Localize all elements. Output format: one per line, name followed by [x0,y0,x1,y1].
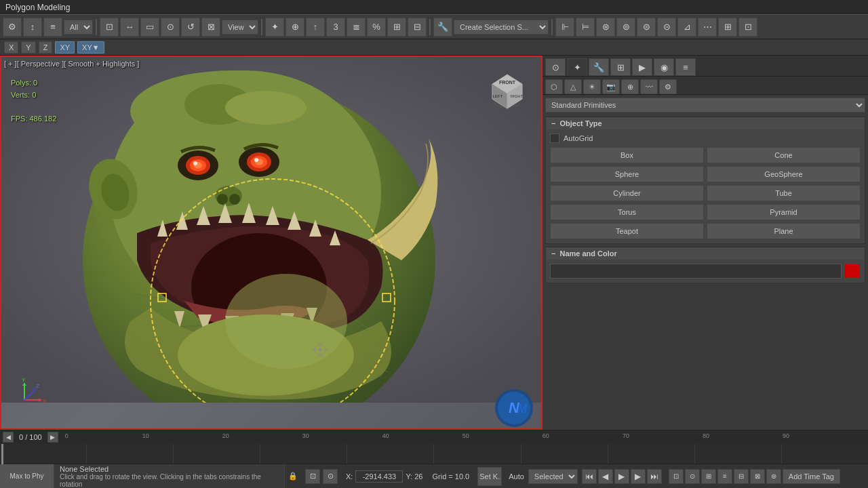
add-time-tag-btn[interactable]: Add Time Tag [783,469,840,484]
torus-btn[interactable]: Torus [550,204,704,220]
x-coord-input[interactable] [355,470,403,483]
tube-btn[interactable]: Tube [707,185,861,201]
more-btn-7[interactable]: ⊛ [766,469,781,484]
subtab-cameras[interactable]: 📷 [602,79,620,94]
timeline-bar[interactable]: 0 10 20 30 40 50 60 70 80 90 [62,430,863,444]
toolbar-btn-i[interactable]: 🔧 [433,18,452,37]
object-type-header[interactable]: − Object Type [546,117,865,129]
toolbar-btn-e[interactable]: ≣ [347,18,366,37]
playback-play-btn[interactable]: ▶ [614,469,629,484]
axis-y-btn[interactable]: Y [21,41,35,54]
toolbar-btn-f[interactable]: % [367,18,386,37]
subtab-spacewarps[interactable]: 〰 [640,79,658,94]
toolbar-select-btn[interactable]: ⊡ [100,18,119,37]
toolbar-btn-n[interactable]: ⊜ [637,18,656,37]
playback-next-btn[interactable]: ▶ [631,469,646,484]
subtab-geometry[interactable]: ⬡ [545,79,563,94]
pyramid-btn[interactable]: Pyramid [707,204,861,220]
viewport-nav-cube[interactable]: FRONT LEFT RIGHT [487,69,528,110]
viewport[interactable]: [ + ][ Perspective ][ Smooth + Highlight… [0,56,542,430]
toolbar-btn-3[interactable]: ≡ [43,18,62,37]
toolbar-rotate-btn[interactable]: ↺ [181,18,200,37]
playback-start-btn[interactable]: ⏮ [582,469,597,484]
axis-z-btn[interactable]: Z [39,41,53,54]
polys-stat: Polys: 0 [11,77,56,89]
toolbar-btn-g[interactable]: ⊞ [387,18,406,37]
box-btn[interactable]: Box [550,147,704,163]
subtab-systems[interactable]: ⚙ [659,79,677,94]
status-selection-area: None Selected Click and drag to rotate t… [54,464,285,489]
filter-dropdown[interactable]: All [64,20,93,35]
toolbar-btn-l[interactable]: ⊛ [596,18,615,37]
toolbar-btn-q[interactable]: ⋯ [698,18,717,37]
sphere-btn[interactable]: Sphere [550,166,704,182]
toolbar-btn-s[interactable]: ⊡ [738,18,757,37]
view-dropdown[interactable]: View [222,20,258,35]
subtab-lights[interactable]: ☀ [583,79,601,94]
timeline-label-60: 60 [542,432,549,439]
panel-tab-create[interactable]: ✦ [567,58,587,76]
toolbar-btn-k[interactable]: ⊨ [576,18,595,37]
fps-stat: FPS: 486.182 [11,113,56,125]
toolbar-btn-1[interactable]: ⚙ [3,18,22,37]
geosphere-btn[interactable]: GeoSphere [707,166,861,182]
max-to-phy-btn[interactable]: Max to Phy [0,464,54,489]
status-icon-1[interactable]: ⊡ [305,469,320,484]
more-btn-4[interactable]: ≡ [717,469,732,484]
timeline-back-btn[interactable]: ◀ [3,432,14,443]
axis-x-btn[interactable]: X [4,41,18,54]
toolbar-subobj-btn[interactable]: ⊙ [161,18,180,37]
name-input-field[interactable] [550,264,842,279]
selected-dropdown[interactable]: SelectedAllNone [528,469,578,484]
axis-xy-btn[interactable]: XY [55,41,75,54]
more-btn-6[interactable]: ⊠ [750,469,765,484]
toolbar-btn-2[interactable]: ↕ [23,18,42,37]
more-btn-2[interactable]: ⊙ [685,469,700,484]
timeline-fwd-btn[interactable]: ▶ [47,432,58,443]
panel-tab-utilities[interactable]: ≡ [675,58,696,76]
toolbar-btn-b[interactable]: ⊕ [285,18,304,37]
status-icon-2[interactable]: ⊙ [323,469,338,484]
create-selection-dropdown[interactable]: Create Selection S... [454,20,549,35]
subtab-helpers[interactable]: ⊕ [621,79,639,94]
playback-prev-btn[interactable]: ◀ [598,469,613,484]
set-key-btn[interactable]: Set K. [477,467,502,486]
panel-tab-hierarchy[interactable]: ⊞ [610,58,631,76]
cone-btn[interactable]: Cone [707,147,861,163]
toolbar-btn-j[interactable]: ⊩ [555,18,574,37]
plane-btn[interactable]: Plane [707,223,861,239]
panel-tab-modify[interactable]: 🔧 [589,58,609,76]
more-btn-3[interactable]: ⊞ [701,469,716,484]
toolbar-btn-a[interactable]: ✦ [265,18,284,37]
toolbar-btn-o[interactable]: ⊝ [657,18,676,37]
autogrid-checkbox[interactable] [550,134,559,143]
panel-tab-display[interactable]: ⊙ [545,58,566,76]
panel-tab-display2[interactable]: ◉ [654,58,674,76]
color-swatch[interactable] [844,264,861,279]
viewport-header-text: [ + ][ Perspective ][ Smooth + Highlight… [4,60,139,68]
teapot-btn[interactable]: Teapot [550,223,704,239]
toolbar-scale-btn[interactable]: ⊠ [201,18,220,37]
panel-tab-motion[interactable]: ▶ [632,58,652,76]
more-btn-5[interactable]: ⊟ [734,469,749,484]
toolbar-region-btn[interactable]: ▭ [140,18,159,37]
primitive-type-row: Standard PrimitivesExtended PrimitivesCo… [545,98,865,113]
playback-end-btn[interactable]: ⏭ [647,469,662,484]
axis-xym-btn[interactable]: XY▼ [77,41,104,54]
timeline-track[interactable] [0,444,868,464]
primitive-type-dropdown[interactable]: Standard PrimitivesExtended PrimitivesCo… [545,98,865,113]
cylinder-btn[interactable]: Cylinder [550,185,704,201]
subtab-shapes[interactable]: △ [564,79,582,94]
name-color-header[interactable]: − Name and Color [546,247,865,260]
timeline-label-90: 90 [783,432,789,439]
more-btn-1[interactable]: ⊡ [669,469,684,484]
toolbar-btn-m[interactable]: ⊚ [616,18,635,37]
toolbar-btn-r[interactable]: ⊞ [718,18,737,37]
toolbar-move-btn[interactable]: ↔ [120,18,139,37]
toolbar-btn-h[interactable]: ⊟ [408,18,427,37]
toolbar-btn-d[interactable]: 3 [326,18,345,37]
panel-content: Standard PrimitivesExtended PrimitivesCo… [542,95,868,430]
toolbar-btn-p[interactable]: ⊿ [677,18,696,37]
toolbar-btn-c[interactable]: ↑ [306,18,325,37]
lock-btn[interactable]: 🔒 [285,464,301,489]
